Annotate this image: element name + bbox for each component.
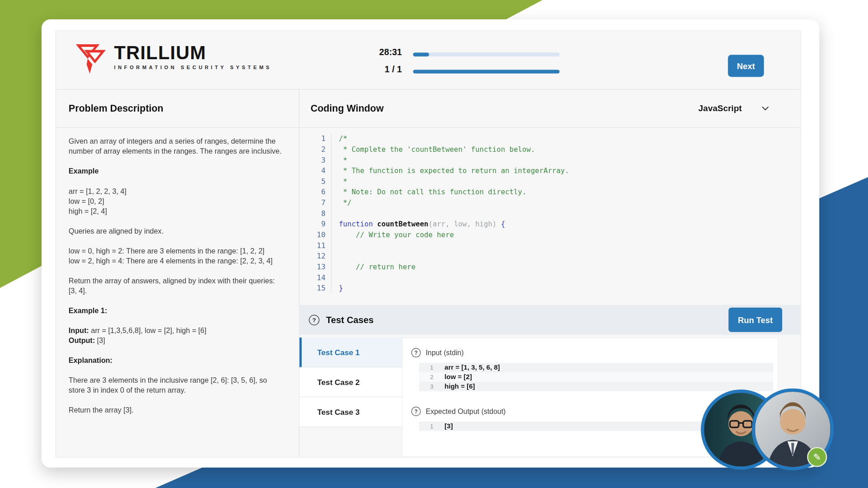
code-line: 2 * Complete the 'countBetween' function… (299, 144, 800, 155)
line-number: 11 (299, 240, 326, 251)
code-text: } (331, 283, 343, 294)
code-line: 12 (299, 251, 800, 262)
input-stdin-rows: 1arr = [1, 3, 5, 6, 8]2low = [2]3high = … (419, 363, 774, 391)
problem-title-row: Problem Description (56, 89, 299, 127)
code-line: 13 // return here (299, 262, 800, 272)
tab-test-case-3[interactable]: Test Case 3 (299, 397, 402, 427)
code-text: * Note: Do not call this function direct… (331, 187, 526, 197)
language-selected-value: JavaScript (698, 103, 742, 113)
line-number: 14 (299, 272, 326, 283)
stage: TRILLIUM INFORMATION SECURITY SYSTEMS 28… (0, 0, 868, 488)
assessment-app: TRILLIUM INFORMATION SECURITY SYSTEMS 28… (55, 30, 801, 457)
code-line: 9function countBetween(arr, low, high) { (299, 219, 800, 230)
help-icon: ? (309, 314, 319, 325)
question-progress-label: 1 / 1 (321, 65, 402, 75)
code-text: /* (331, 133, 347, 144)
code-text (331, 251, 339, 262)
code-text: function countBetween(arr, low, high) { (331, 219, 505, 230)
problem-paragraph: Return the array of answers, aligned by … (69, 276, 283, 296)
code-text: // return here (331, 262, 415, 272)
app-header: TRILLIUM INFORMATION SECURITY SYSTEMS 28… (56, 31, 801, 90)
io-value: low = [2] (438, 372, 472, 382)
test-cases-title: Test Cases (326, 314, 373, 325)
input-stdin-label: Input (stdin) (426, 348, 464, 357)
coding-window-title: Coding Window (311, 103, 384, 114)
code-editor[interactable]: 1/*2 * Complete the 'countBetween' funct… (299, 128, 800, 305)
language-selector[interactable]: JavaScript (698, 103, 769, 113)
assessment-card: TRILLIUM INFORMATION SECURITY SYSTEMS 28… (42, 19, 819, 468)
line-number: 1 (299, 133, 326, 144)
problem-paragraph: arr = [1, 2, 2, 3, 4]low = [0, 2]high = … (69, 187, 283, 216)
question-progress-fill (413, 70, 559, 74)
line-number: 4 (299, 165, 326, 176)
brand-tagline: INFORMATION SECURITY SYSTEMS (114, 65, 272, 70)
timer-value: 28:31 (321, 47, 402, 57)
next-button[interactable]: Next (728, 55, 764, 77)
line-number: 3 (299, 155, 326, 165)
coding-window-title-row: Coding Window JavaScript (299, 89, 800, 127)
input-row: 3high = [6] (419, 382, 774, 391)
code-line: 1/* (299, 133, 800, 144)
io-value: [3] (438, 422, 453, 431)
code-text: // Write your code here (331, 230, 454, 240)
io-line-number: 1 (419, 422, 438, 431)
problem-panel: Problem Description Given an array of in… (56, 89, 300, 457)
line-number: 6 (299, 187, 326, 197)
code-line: 5 * (299, 176, 800, 187)
line-number: 12 (299, 251, 326, 262)
line-number: 2 (299, 144, 326, 155)
timer-progress-bar (413, 52, 559, 56)
problem-description-content: Given an array of integers and a series … (56, 128, 299, 426)
help-icon: ? (411, 407, 421, 416)
code-text: * (331, 155, 347, 165)
input-row: 1arr = [1, 3, 5, 6, 8] (419, 363, 774, 372)
problem-paragraph: low = 0, high = 2: There are 3 elements … (69, 246, 283, 266)
code-text (331, 208, 339, 219)
code-text: */ (331, 197, 351, 208)
line-number: 5 (299, 176, 326, 187)
problem-paragraph: Queries are aligned by index. (69, 226, 283, 236)
trillium-logo-mark (75, 43, 107, 76)
problem-paragraph: Explanation: (69, 356, 283, 366)
code-line: 14 (299, 272, 800, 283)
tab-test-case-1[interactable]: Test Case 1 (299, 338, 402, 367)
code-line: 8 (299, 208, 800, 219)
line-number: 13 (299, 262, 326, 272)
code-line: 15} (299, 283, 800, 294)
problem-paragraph: There are 3 elements in the inclusive ra… (69, 375, 283, 395)
run-test-button[interactable]: Run Test (728, 308, 782, 332)
code-text: * Complete the 'countBetween' function b… (331, 144, 535, 155)
line-number: 8 (299, 208, 326, 219)
code-line: 3 * (299, 155, 800, 165)
code-line: 6 * Note: Do not call this function dire… (299, 187, 800, 197)
chevron-down-icon (762, 106, 769, 111)
main-area: Problem Description Given an array of in… (56, 89, 801, 457)
tab-test-case-2[interactable]: Test Case 2 (299, 367, 402, 397)
timer-progress-fill (413, 52, 429, 56)
io-value: high = [6] (438, 382, 475, 391)
problem-title: Problem Description (56, 103, 164, 114)
input-label-row: ? Input (stdin) (411, 348, 770, 357)
code-text (331, 272, 339, 283)
brand-name: TRILLIUM (114, 43, 272, 62)
test-cases-bar: ? Test Cases Run Test (299, 305, 800, 335)
code-line: 7 */ (299, 197, 800, 208)
code-line: 11 (299, 240, 800, 251)
io-value: arr = [1, 3, 5, 6, 8] (438, 363, 500, 372)
line-number: 7 (299, 197, 326, 208)
help-icon: ? (411, 348, 421, 357)
code-line: 4 * The function is expected to return a… (299, 165, 800, 176)
trillium-logo: TRILLIUM INFORMATION SECURITY SYSTEMS (75, 43, 272, 76)
io-line-number: 3 (419, 382, 438, 391)
line-number: 15 (299, 283, 326, 294)
problem-paragraph: Example 1: (69, 306, 283, 316)
line-number: 9 (299, 219, 326, 230)
problem-paragraph: Input: arr = [1,3,5,6,8], low = [2], hig… (69, 326, 283, 346)
problem-paragraph: Return the array [3]. (69, 406, 283, 416)
problem-paragraph: Example (69, 167, 283, 177)
code-line: 10 // Write your code here (299, 230, 800, 240)
edit-badge[interactable]: ✎ (807, 447, 827, 467)
io-line-number: 1 (419, 363, 438, 372)
expected-output-label: Expected Output (stdout) (426, 407, 506, 415)
code-text: * The function is expected to return an … (331, 165, 569, 176)
